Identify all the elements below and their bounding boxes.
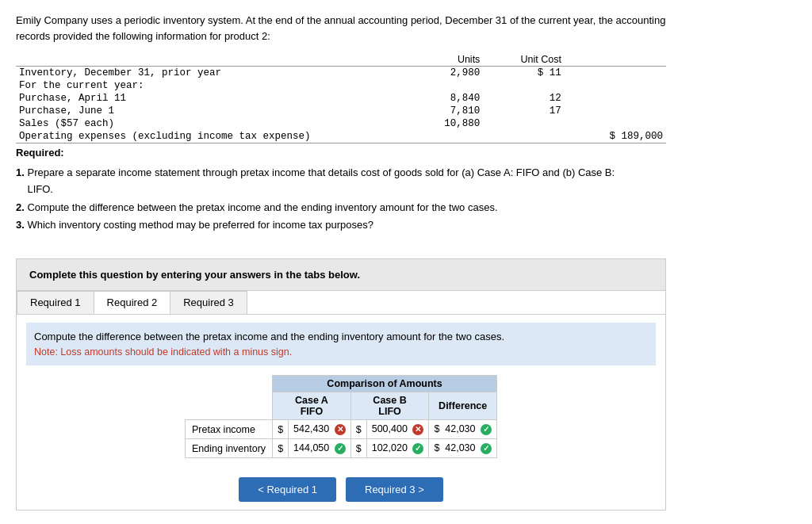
table-row: Sales ($57 each) 10,880 <box>16 117 666 130</box>
pretax-col-a-prefix: $ <box>273 420 289 439</box>
table-row: Operating expenses (excluding income tax… <box>16 130 666 143</box>
pretax-col-a-value: 542,430 ✕ <box>289 420 351 439</box>
pretax-col-b-icon: ✕ <box>412 424 423 435</box>
row-label-ending: Ending inventory <box>186 439 273 458</box>
complete-box: Complete this question by entering your … <box>16 258 666 291</box>
required-label: Required: <box>16 147 666 159</box>
col-b-header: Case B LIFO <box>350 392 429 420</box>
comparison-title: Comparison of Amounts <box>273 376 497 392</box>
table-row: For the current year: <box>16 79 666 92</box>
tab-instruction-text: Compute the difference between the preta… <box>34 329 648 345</box>
table-row: Ending inventory $ 144,050 ✓ $ 102,020 ✓… <box>186 439 497 458</box>
next-button[interactable]: Required 3 > <box>346 477 443 502</box>
table-row: Pretax income $ 542,430 ✕ $ 500,400 ✕ $ … <box>186 420 497 439</box>
prev-button[interactable]: < Required 1 <box>239 477 336 502</box>
data-table: Units Unit Cost Inventory, December 31, … <box>16 53 666 143</box>
ending-col-a-value: 144,050 ✓ <box>289 439 351 458</box>
pretax-col-a-icon: ✕ <box>335 424 346 435</box>
tab-required-3[interactable]: Required 3 <box>170 291 247 314</box>
ending-diff-icon: ✓ <box>481 443 492 454</box>
tab-required-1[interactable]: Required 1 <box>17 291 94 314</box>
comparison-table: Comparison of Amounts Case A FIFO Case B… <box>185 375 497 458</box>
table-row: Inventory, December 31, prior year 2,980… <box>16 67 666 80</box>
diff-header: Difference <box>429 392 497 420</box>
tabs-container: Required 1 Required 2 Required 3 Compute… <box>16 291 666 511</box>
col-a-header: Case A FIFO <box>273 392 351 420</box>
tabs-bar: Required 1 Required 2 Required 3 <box>17 291 665 315</box>
pretax-diff-value: $ 42,030 ✓ <box>429 420 497 439</box>
pretax-col-b-value: 500,400 ✕ <box>366 420 429 439</box>
comparison-section: Comparison of Amounts Case A FIFO Case B… <box>26 375 656 466</box>
table-row: Purchase, June 1 7,810 17 <box>16 105 666 117</box>
tab-note-text: Note: Loss amounts should be indicated w… <box>34 345 648 360</box>
ending-col-a-prefix: $ <box>273 439 289 458</box>
ending-col-b-icon: ✓ <box>412 443 423 454</box>
pretax-diff-icon: ✓ <box>481 424 492 435</box>
row-label-pretax: Pretax income <box>186 420 273 439</box>
intro-text: Emily Company uses a periodic inventory … <box>16 13 666 44</box>
ending-col-b-value: 102,020 ✓ <box>366 439 429 458</box>
tab-required-2[interactable]: Required 2 <box>94 291 171 314</box>
tab-content: Compute the difference between the preta… <box>17 315 665 510</box>
table-row: Purchase, April 11 8,840 12 <box>16 92 666 105</box>
ending-diff-value: $ 42,030 ✓ <box>429 439 497 458</box>
instructions: 1. Prepare a separate income statement t… <box>16 165 666 234</box>
tab-instruction-box: Compute the difference between the preta… <box>26 323 656 365</box>
ending-col-b-prefix: $ <box>350 439 366 458</box>
nav-buttons: < Required 1 Required 3 > <box>26 477 656 502</box>
ending-col-a-icon: ✓ <box>335 443 346 454</box>
pretax-col-b-prefix: $ <box>350 420 366 439</box>
